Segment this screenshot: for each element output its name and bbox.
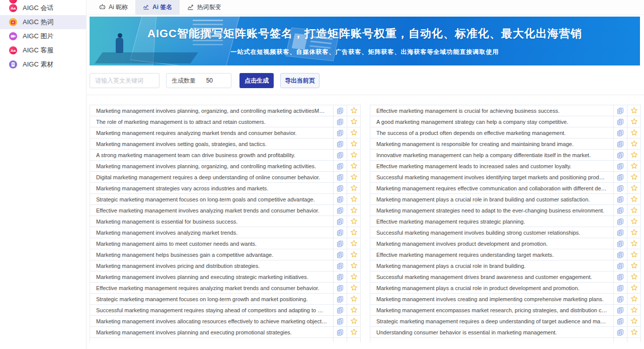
copy-button[interactable] [333, 327, 347, 337]
favorite-button[interactable] [627, 216, 640, 227]
copy-button[interactable] [613, 161, 627, 171]
favorite-button[interactable] [627, 238, 640, 249]
copy-button[interactable] [333, 338, 347, 342]
favorite-button[interactable] [347, 238, 360, 249]
copy-button[interactable] [333, 249, 347, 260]
favorite-button[interactable] [627, 205, 640, 216]
favorite-button[interactable] [627, 271, 640, 282]
sidebar-item-aigc-hotwords[interactable]: AIGC 热词 [0, 15, 86, 29]
favorite-button[interactable] [347, 271, 360, 282]
copy-button[interactable] [613, 238, 627, 249]
favorite-button[interactable] [347, 161, 360, 171]
generate-count-field[interactable]: 生成数量 50 [166, 73, 231, 88]
favorite-button[interactable] [627, 338, 640, 342]
copy-button[interactable] [333, 283, 347, 293]
copy-button[interactable] [333, 316, 347, 326]
favorite-button[interactable] [347, 150, 360, 160]
copy-button[interactable] [333, 305, 347, 315]
favorite-button[interactable] [347, 205, 360, 216]
copy-button[interactable] [613, 316, 627, 326]
copy-button[interactable] [613, 138, 627, 149]
favorite-button[interactable] [347, 316, 360, 326]
tab-ai-nickname[interactable]: Ai 昵称 [92, 0, 135, 15]
favorite-button[interactable] [347, 172, 360, 182]
favorite-button[interactable] [347, 194, 360, 204]
copy-button[interactable] [613, 260, 627, 271]
copy-button[interactable] [613, 338, 627, 342]
copy-button[interactable] [333, 172, 347, 182]
copy-button[interactable] [613, 116, 627, 127]
copy-button[interactable] [333, 183, 347, 193]
copy-button[interactable] [613, 150, 627, 160]
copy-button[interactable] [613, 172, 627, 182]
count-value[interactable]: 50 [206, 77, 226, 84]
copy-button[interactable] [613, 294, 627, 304]
copy-button[interactable] [333, 205, 347, 216]
favorite-button[interactable] [347, 227, 360, 238]
sidebar-item-aigc-images[interactable]: AIGC 图片 [0, 29, 86, 43]
favorite-button[interactable] [627, 172, 640, 182]
copy-button[interactable] [613, 249, 627, 260]
copy-button[interactable] [613, 227, 627, 238]
copy-button[interactable] [613, 205, 627, 216]
tab-hotword-fission[interactable]: 热词裂变 [180, 0, 228, 15]
favorite-button[interactable] [347, 249, 360, 260]
favorite-button[interactable] [347, 116, 360, 127]
favorite-button[interactable] [627, 138, 640, 149]
copy-button[interactable] [613, 271, 627, 282]
copy-button[interactable] [333, 271, 347, 282]
copy-button[interactable] [333, 227, 347, 238]
copy-button[interactable] [613, 216, 627, 227]
favorite-button[interactable] [627, 194, 640, 204]
favorite-button[interactable] [347, 327, 360, 337]
favorite-button[interactable] [347, 216, 360, 227]
copy-button[interactable] [333, 150, 347, 160]
favorite-button[interactable] [347, 294, 360, 304]
favorite-button[interactable] [627, 327, 640, 337]
favorite-button[interactable] [627, 105, 640, 116]
favorite-button[interactable] [347, 105, 360, 116]
sidebar-item-aigc-materials[interactable]: AIGC 素材 [0, 57, 86, 72]
copy-button[interactable] [333, 116, 347, 127]
favorite-button[interactable] [627, 249, 640, 260]
favorite-button[interactable] [347, 338, 360, 342]
export-current-page-button[interactable]: 导出当前页 [280, 73, 319, 88]
favorite-button[interactable] [627, 305, 640, 315]
favorite-button[interactable] [627, 116, 640, 127]
copy-button[interactable] [333, 294, 347, 304]
favorite-button[interactable] [627, 150, 640, 160]
copy-button[interactable] [613, 105, 627, 116]
copy-button[interactable] [333, 105, 347, 116]
favorite-button[interactable] [627, 127, 640, 138]
sidebar-item-aigc-service[interactable]: Aa AIGC 客服 [0, 43, 86, 57]
favorite-button[interactable] [627, 283, 640, 293]
favorite-button[interactable] [347, 138, 360, 149]
favorite-button[interactable] [627, 227, 640, 238]
copy-button[interactable] [613, 183, 627, 193]
copy-button[interactable] [333, 216, 347, 227]
copy-button[interactable] [333, 194, 347, 204]
favorite-button[interactable] [627, 294, 640, 304]
favorite-button[interactable] [627, 316, 640, 326]
favorite-button[interactable] [347, 127, 360, 138]
copy-button[interactable] [333, 161, 347, 171]
favorite-button[interactable] [347, 260, 360, 271]
copy-button[interactable] [613, 305, 627, 315]
favorite-button[interactable] [347, 283, 360, 293]
favorite-button[interactable] [627, 260, 640, 271]
copy-button[interactable] [613, 127, 627, 138]
keyword-input[interactable] [90, 73, 159, 88]
favorite-button[interactable] [347, 305, 360, 315]
copy-button[interactable] [613, 283, 627, 293]
favorite-button[interactable] [627, 183, 640, 193]
copy-button[interactable] [333, 127, 347, 138]
generate-button[interactable]: 点击生成 [239, 73, 274, 88]
copy-button[interactable] [333, 238, 347, 249]
copy-button[interactable] [613, 327, 627, 337]
copy-button[interactable] [613, 194, 627, 204]
favorite-button[interactable] [347, 183, 360, 193]
favorite-button[interactable] [627, 161, 640, 171]
results-scroll-area[interactable]: Marketing management involves planning, … [87, 105, 644, 342]
copy-button[interactable] [333, 138, 347, 149]
copy-button[interactable] [333, 260, 347, 271]
